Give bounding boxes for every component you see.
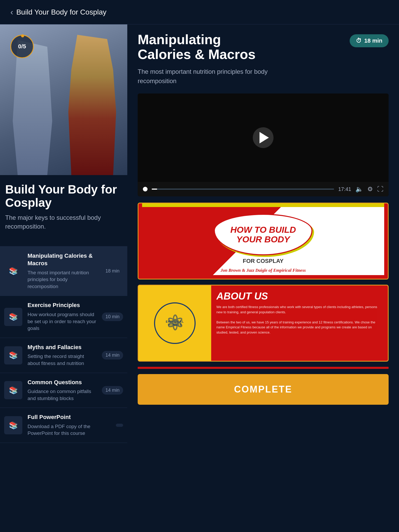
slide1-content: HOW TO BUILD YOUR BODY FOR COSPLAY Jon B… (138, 203, 388, 279)
logo-text: EMPIRICALFITNESS (166, 320, 184, 326)
about-body: We are both certified fitness profession… (216, 304, 383, 335)
lesson-title: Full PowerPoint (28, 414, 111, 421)
book-icon: 📚 (9, 312, 18, 321)
progress-dot (21, 34, 24, 37)
active-lesson-description: The most important nutrition principles … (138, 67, 294, 86)
lesson-duration: 18 min (102, 267, 123, 275)
lesson-content: Exercise Principles How workout programs… (28, 302, 97, 332)
course-title: Build Your Body for Cosplay (5, 183, 122, 209)
slide1-bubble: HOW TO BUILD YOUR BODY (214, 214, 312, 255)
lesson-item[interactable]: 📚 Common Questions Guidance on common pi… (0, 373, 127, 408)
slide1-bottom-strip (138, 275, 388, 279)
settings-icon[interactable]: ⚙ (367, 185, 373, 193)
progress-circle: 0/5 (10, 35, 34, 58)
figure-left (8, 40, 57, 175)
lesson-description: Download a PDF copy of the PowerPoint fo… (28, 423, 111, 437)
volume-icon[interactable]: 🔈 (355, 185, 363, 193)
duration-value: 18 min (364, 37, 382, 44)
slide1-subtitle: FOR COSPLAY (243, 258, 284, 264)
empirical-fitness-logo: ⚛ EMPIRICALFITNESS (154, 302, 196, 344)
lesson-item[interactable]: 📚 Exercise Principles How workout progra… (0, 296, 127, 337)
slide1-right-strip (384, 203, 388, 279)
lesson-description: Guidance on common pitfalls and stumblin… (28, 388, 97, 402)
slide2-right-panel: ABOUT US We are both certified fitness p… (211, 285, 388, 361)
lesson-icon-box: 📚 (4, 262, 22, 280)
book-icon: 📚 (9, 351, 18, 360)
lesson-title: Manipulating Calories & Macros (28, 252, 97, 267)
course-subtitle: The major keys to successful body recomp… (5, 213, 122, 231)
fullscreen-icon[interactable]: ⛶ (377, 185, 383, 193)
progress-label: 0/5 (18, 43, 26, 50)
red-separator (138, 367, 389, 369)
slide1-title-line1: HOW TO BUILD (230, 225, 296, 235)
right-column: Manipulating Calories & Macros ⏱ 18 min … (127, 24, 399, 443)
book-icon: 📚 (9, 421, 18, 430)
lesson-icon-box: 📚 (4, 346, 22, 364)
back-button[interactable]: ‹ Build Your Body for Cosplay (10, 7, 107, 17)
play-icon (260, 132, 269, 143)
progress-bar[interactable] (152, 189, 334, 190)
lesson-description: The most important nutrition principles … (28, 269, 97, 290)
lesson-item[interactable]: 📚 Full PowerPoint Download a PDF copy of… (0, 408, 127, 443)
left-column: 0/5 Build Your Body for Cosplay The majo… (0, 24, 127, 443)
video-timestamp: 17:41 (338, 186, 351, 192)
active-lesson-header: Manipulating Calories & Macros ⏱ 18 min (138, 32, 389, 62)
lesson-duration: 14 min (102, 386, 123, 395)
back-label: Build Your Body for Cosplay (16, 8, 107, 16)
slide-thumbnail-2[interactable]: ⚛ EMPIRICALFITNESS ABOUT US We are both … (138, 285, 389, 362)
lesson-item[interactable]: 📚 Manipulating Calories & Macros The mos… (0, 246, 127, 296)
book-icon: 📚 (9, 267, 18, 275)
video-screen (138, 94, 389, 182)
lesson-duration: 14 min (102, 351, 123, 360)
hero-image: 0/5 (0, 24, 127, 175)
lesson-title: Myths and Fallacies (28, 344, 97, 351)
lesson-content: Manipulating Calories & Macros The most … (28, 252, 97, 290)
lesson-description: How workout programs should be set up in… (28, 311, 97, 332)
slide1-top-strip (138, 203, 388, 207)
duration-badge: ⏱ 18 min (350, 34, 389, 47)
video-player: 17:41 🔈 ⚙ ⛶ (138, 94, 389, 196)
back-arrow-icon: ‹ (10, 7, 13, 17)
lesson-icon-box: 📚 (4, 416, 22, 434)
lesson-title: Common Questions (28, 379, 97, 386)
complete-button[interactable]: COMPLETE (138, 374, 389, 405)
clock-icon: ⏱ (356, 37, 362, 44)
slide1-title-line2: YOUR BODY (230, 235, 296, 244)
figure-right (62, 35, 122, 175)
play-button[interactable] (253, 127, 274, 148)
slide1-authors: Jon Brown & Jazz Daigle of Empirical Fit… (221, 268, 306, 273)
progress-fill (152, 189, 157, 190)
slide2-content: ⚛ EMPIRICALFITNESS ABOUT US We are both … (138, 285, 388, 361)
lesson-description: Setting the record straight about fitnes… (28, 353, 97, 367)
about-title: ABOUT US (216, 291, 383, 302)
book-icon: 📚 (9, 386, 18, 395)
app-header: ‹ Build Your Body for Cosplay (0, 0, 399, 24)
lesson-list: 📚 Manipulating Calories & Macros The mos… (0, 246, 127, 443)
lesson-title: Exercise Principles (28, 302, 97, 309)
slide1-left-strip (138, 203, 142, 279)
lesson-icon-box: 📚 (4, 308, 22, 326)
lesson-content: Full PowerPoint Download a PDF copy of t… (28, 414, 111, 437)
lesson-duration (116, 424, 123, 427)
course-info: Build Your Body for Cosplay The major ke… (0, 175, 127, 246)
video-controls: 17:41 🔈 ⚙ ⛶ (138, 182, 389, 196)
lesson-icon-box: 📚 (4, 381, 22, 399)
slide-thumbnail-1[interactable]: HOW TO BUILD YOUR BODY FOR COSPLAY Jon B… (138, 203, 389, 280)
main-layout: 0/5 Build Your Body for Cosplay The majo… (0, 24, 399, 443)
lesson-content: Myths and Fallacies Setting the record s… (28, 344, 97, 367)
playback-indicator (143, 187, 148, 191)
lesson-item[interactable]: 📚 Myths and Fallacies Setting the record… (0, 338, 127, 373)
lesson-content: Common Questions Guidance on common pitf… (28, 379, 97, 402)
slide2-left-panel: ⚛ EMPIRICALFITNESS (138, 285, 211, 361)
active-lesson-title: Manipulating Calories & Macros (138, 32, 256, 62)
lesson-duration: 10 min (102, 312, 123, 321)
